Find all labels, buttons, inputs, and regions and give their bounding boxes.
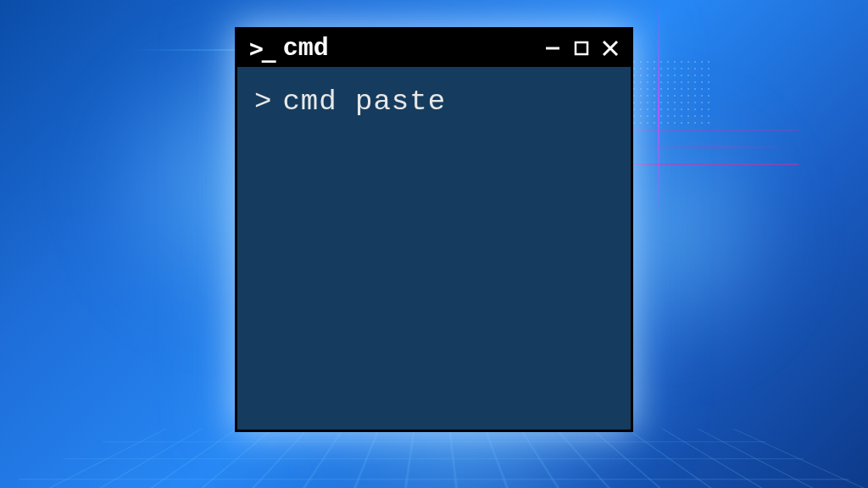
titlebar-left: >_ cmd (249, 34, 329, 63)
prompt-icon: >_ (249, 35, 275, 63)
terminal-body[interactable]: > cmd paste (237, 67, 631, 430)
background-vertical-line (658, 0, 659, 219)
window-titlebar[interactable]: >_ cmd (237, 30, 631, 67)
terminal-window: >_ cmd > cmd (235, 27, 633, 432)
minimize-icon (544, 40, 561, 57)
maximize-icon (574, 41, 589, 56)
svg-rect-1 (576, 42, 587, 54)
terminal-line: > cmd paste (254, 86, 614, 118)
close-button[interactable] (598, 36, 622, 60)
window-title: cmd (283, 34, 329, 63)
close-icon (601, 39, 620, 58)
command-input[interactable]: cmd paste (282, 86, 446, 118)
window-controls (541, 36, 622, 60)
background-circuit-grid (0, 429, 868, 488)
maximize-button[interactable] (570, 36, 593, 60)
minimize-button[interactable] (541, 36, 565, 60)
command-prompt: > (254, 86, 272, 118)
